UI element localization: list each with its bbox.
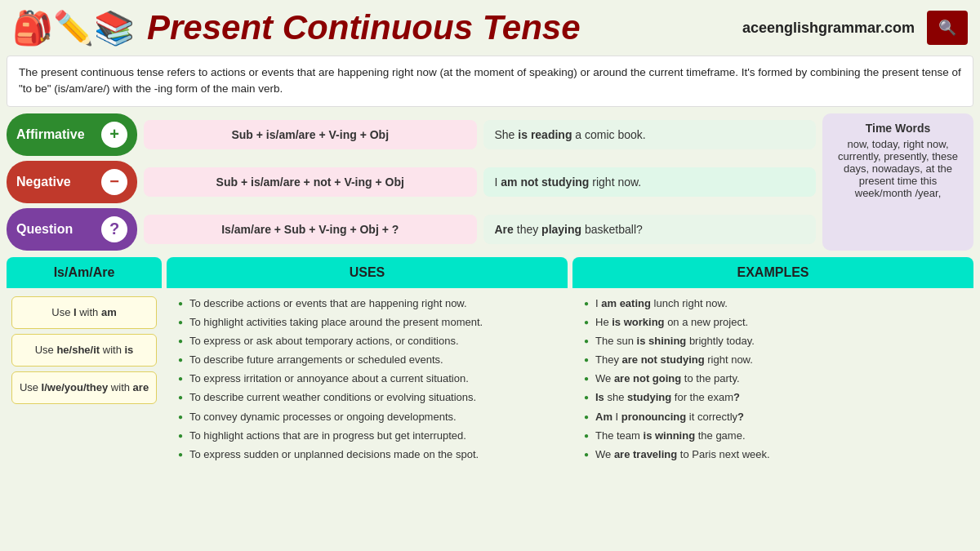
list-item: To describe actions or events that are h… xyxy=(178,296,563,311)
affirmative-label-text: Affirmative xyxy=(16,127,85,142)
am-item: Use I with am xyxy=(11,296,157,329)
list-item: We are not going to the party. xyxy=(584,371,969,386)
list-item: To describe future arrangements or sched… xyxy=(178,353,563,367)
is-am-are-header: Is/Am/Are xyxy=(7,257,162,288)
negative-icon: − xyxy=(101,169,127,195)
question-example: Are they playing basketball? xyxy=(483,215,817,244)
negative-formula: Sub + is/am/are + not + V-ing + Obj xyxy=(144,167,477,197)
list-item: To express irritation or annoyance about… xyxy=(178,371,563,386)
is-am-are-column: Is/Am/Are Use I with am Use he/she/it wi… xyxy=(7,257,162,473)
search-button[interactable]: 🔍 xyxy=(927,11,968,45)
negative-row: Negative − Sub + is/am/are + not + V-ing… xyxy=(7,161,816,203)
uses-header: USES xyxy=(167,257,568,288)
is-item: Use he/she/it with is xyxy=(11,334,157,367)
affirmative-formula: Sub + is/am/are + V-ing + Obj xyxy=(144,120,477,149)
page-title: Present Continuous Tense xyxy=(147,8,730,47)
list-item: To express sudden or unplanned decisions… xyxy=(178,447,563,462)
tense-rows: Affirmative + Sub + is/am/are + V-ing + … xyxy=(7,113,816,251)
uses-list: To describe actions or events that are h… xyxy=(167,290,568,473)
list-item: To express or ask about temporary action… xyxy=(178,334,563,349)
examples-list: I am eating lunch right now. He is worki… xyxy=(572,290,973,473)
list-item: To describe current weather conditions o… xyxy=(178,390,563,405)
affirmative-label: Affirmative + xyxy=(7,113,137,156)
list-item: He is working on a new project. xyxy=(584,315,969,330)
list-item: Am I pronouncing it correctly? xyxy=(584,410,969,424)
are-item: Use I/we/you/they with are xyxy=(11,371,157,404)
description-box: The present continuous tense refers to a… xyxy=(7,56,973,107)
list-item: They are not studying right now. xyxy=(584,353,969,367)
header-icon: 🎒✏️📚 xyxy=(12,11,135,44)
examples-header: EXAMPLES xyxy=(572,257,973,288)
is-am-are-items: Use I with am Use he/she/it with is Use … xyxy=(7,290,162,411)
tense-section: Affirmative + Sub + is/am/are + V-ing + … xyxy=(0,113,980,251)
uses-column: USES To describe actions or events that … xyxy=(167,257,568,473)
list-item: The team is winning the game. xyxy=(584,429,969,443)
question-label-text: Question xyxy=(16,222,73,237)
website-url: aceenglishgrammar.com xyxy=(742,20,915,37)
affirmative-row: Affirmative + Sub + is/am/are + V-ing + … xyxy=(7,113,816,156)
bottom-section: Is/Am/Are Use I with am Use he/she/it wi… xyxy=(0,257,980,473)
question-icon: ? xyxy=(101,216,127,242)
list-item: Is she studying for the exam? xyxy=(584,390,969,405)
question-row: Question ? Is/am/are + Sub + V-ing + Obj… xyxy=(7,208,816,251)
negative-label-text: Negative xyxy=(16,175,71,189)
list-item: To highlight actions that are in progres… xyxy=(178,429,563,443)
affirmative-example: She is reading a comic book. xyxy=(483,120,817,149)
question-formula: Is/am/are + Sub + V-ing + Obj + ? xyxy=(144,215,477,244)
negative-label: Negative − xyxy=(7,161,137,203)
time-words-content: now, today, right now, currently, presen… xyxy=(832,138,964,199)
affirmative-icon: + xyxy=(101,122,127,148)
description-text: The present continuous tense refers to a… xyxy=(19,66,961,95)
negative-example: I am not studying right now. xyxy=(483,167,817,197)
page-header: 🎒✏️📚 Present Continuous Tense aceenglish… xyxy=(0,0,980,56)
time-words-title: Time Words xyxy=(866,122,931,135)
list-item: I am eating lunch right now. xyxy=(584,296,969,311)
list-item: We are traveling to Paris next week. xyxy=(584,447,969,462)
list-item: To convey dynamic processes or ongoing d… xyxy=(178,410,563,424)
examples-column: EXAMPLES I am eating lunch right now. He… xyxy=(572,257,973,473)
time-words-box: Time Words now, today, right now, curren… xyxy=(822,113,973,251)
question-label: Question ? xyxy=(7,208,137,251)
list-item: To highlight activities taking place aro… xyxy=(178,315,563,330)
list-item: The sun is shining brightly today. xyxy=(584,334,969,349)
